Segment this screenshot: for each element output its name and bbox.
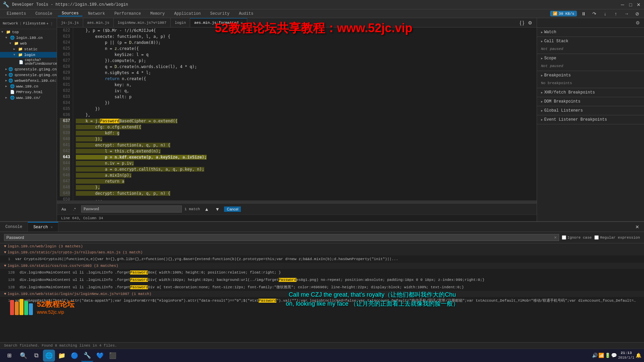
- tree-item-webweb[interactable]: ▶ 🌐webwebfenxi.189.cn:9002: [0, 78, 57, 83]
- dom-header[interactable]: ▶DOM Breakpoints: [537, 97, 644, 106]
- result-item-4[interactable]: 12B div.loginBoxMainContent ul li .login…: [0, 284, 644, 291]
- step-button[interactable]: →: [623, 10, 631, 18]
- bottom-panel-close[interactable]: ✕: [633, 223, 641, 231]
- tab-jsjs[interactable]: js-js.js: [57, 18, 83, 27]
- search-input-wrap[interactable]: ✕: [4, 234, 559, 241]
- tree-item-captcha[interactable]: 📄captcha?undefined&source=: [0, 58, 57, 66]
- deactivate-button[interactable]: ⊘: [633, 10, 641, 18]
- console-tab[interactable]: Console: [0, 222, 28, 232]
- search-prev-button[interactable]: ▲: [203, 205, 211, 213]
- ignore-case-option[interactable]: Ignore case: [562, 235, 592, 240]
- tab-network[interactable]: Network: [84, 11, 109, 16]
- tree-item-qzone1[interactable]: ▶ 🌐qzonestyle.gtimg.cn: [0, 66, 57, 72]
- taskbar-folder-icon[interactable]: 📁: [56, 350, 68, 362]
- result-item-5[interactable]: 1 var webAppPath=$("html").attr("data-ap…: [0, 297, 644, 304]
- result-group-header-4[interactable]: ▼ login.189.cn/web/static/login/js/login…: [0, 291, 644, 297]
- minimize-button[interactable]: ─: [620, 2, 625, 7]
- horizontal-scrollbar[interactable]: [57, 200, 537, 203]
- result-group-header-2[interactable]: ▼ login.189.cn/static/js/crypto-js/rollu…: [0, 249, 644, 255]
- search-input[interactable]: [6, 235, 553, 240]
- tab-security[interactable]: Security: [206, 11, 234, 16]
- tab-elements[interactable]: Elements: [3, 11, 30, 16]
- tree-item-login[interactable]: ▼ 📁login: [0, 52, 57, 58]
- result-item-3[interactable]: 12B div.loginBoxMainContent ul li .login…: [0, 276, 644, 284]
- taskbar-devtools-icon[interactable]: 🔧: [81, 350, 93, 362]
- search-regex-button[interactable]: .*: [70, 205, 78, 213]
- tab-aesmin[interactable]: aes.min.js: [83, 18, 114, 27]
- search-status: Search finished. Found 8 matching lines …: [4, 344, 117, 348]
- step-out-button[interactable]: ↑: [612, 10, 620, 18]
- ignore-case-checkbox[interactable]: [562, 235, 566, 240]
- breakpoints-label: Breakpoints: [544, 73, 571, 78]
- xhr-header[interactable]: ▶XHR/fetch Breakpoints: [537, 88, 644, 97]
- breakpoints-header[interactable]: ▶Breakpoints: [537, 71, 644, 80]
- tree-item-pmproxy[interactable]: 📄PMProxy.html: [0, 89, 57, 95]
- global-header[interactable]: ▶Global Listeners: [537, 106, 644, 115]
- bottom-tab-bar: Console Search ✕ ✕: [0, 222, 644, 232]
- taskbar-vscode-icon[interactable]: 💙: [94, 350, 106, 362]
- tree-item-www189[interactable]: ▶ 🌐www.189.cn: [0, 83, 57, 89]
- search-next-button[interactable]: ▼: [213, 205, 221, 213]
- scope-header[interactable]: ▶Scope: [537, 54, 644, 63]
- tab-loginnew[interactable]: loginNew.min.js?v=1007: [114, 18, 171, 27]
- tree-item-static[interactable]: ▶ 📁static: [0, 46, 57, 52]
- callstack-header[interactable]: ▶Call Stack: [537, 37, 644, 46]
- editor-format-button[interactable]: { }: [518, 19, 526, 27]
- taskbar-search-icon[interactable]: 🔍: [17, 350, 30, 362]
- pause-button[interactable]: ⏸: [580, 10, 588, 18]
- scope-label: Scope: [544, 56, 556, 61]
- taskbar-chrome-icon[interactable]: 🔵: [68, 350, 80, 362]
- maximize-button[interactable]: □: [628, 2, 633, 7]
- tab-login[interactable]: login: [171, 18, 190, 27]
- sidebar-add-button[interactable]: +: [45, 19, 50, 27]
- tab-application[interactable]: Application: [170, 11, 205, 16]
- search-clear-icon[interactable]: ✕: [554, 235, 556, 240]
- system-clock[interactable]: 21:13 2019/1/1: [618, 351, 634, 360]
- system-tray[interactable]: 🔊 📶 🔋 💬: [592, 353, 617, 358]
- regex-option[interactable]: Regular expression: [594, 235, 640, 240]
- tab-aes-formatted[interactable]: aes.min.js:formatted ✕: [190, 18, 247, 27]
- result-group-header-1[interactable]: ▼ login.189.cn/web/login (3 matches): [0, 243, 644, 249]
- start-button[interactable]: ⊞: [3, 350, 16, 361]
- taskbar-edge-icon[interactable]: 🌐: [43, 350, 55, 362]
- tab-performance[interactable]: Performance: [110, 11, 145, 16]
- tab-close-icon[interactable]: ✕: [240, 20, 243, 25]
- search-tab[interactable]: Search ✕: [28, 222, 58, 232]
- sidebar-more-button[interactable]: ⋮: [50, 19, 54, 27]
- scope-content: Not paused: [537, 63, 644, 71]
- result-match-3: Password: [279, 278, 297, 282]
- result-group-header-3[interactable]: ▼ login.189.cn/static/css/css.css?v=1003…: [0, 263, 644, 269]
- tree-item-web[interactable]: ▼ 📁web: [0, 41, 57, 46]
- tab-sources[interactable]: Sources: [58, 11, 83, 16]
- editor-tabs: js-js.js aes.min.js loginNew.min.js?v=10…: [57, 18, 537, 27]
- notification-icon[interactable]: 🔔: [636, 353, 641, 358]
- result-item-1[interactable]: 1 var CryptoJS=CryptoJS||function(o,e){v…: [0, 255, 644, 263]
- regex-checkbox[interactable]: [594, 235, 599, 240]
- dom-label: DOM Breakpoints: [544, 99, 580, 104]
- search-case-button[interactable]: Aa: [60, 205, 68, 213]
- editor-settings-button[interactable]: ⚙: [526, 19, 534, 27]
- search-cancel-button[interactable]: Cancel: [224, 206, 241, 212]
- tree-item-qzone2[interactable]: ▶ 🌐qzonestyle.gtimg.cn: [0, 72, 57, 78]
- tree-item-top[interactable]: ▼ 📁top: [0, 29, 57, 35]
- search-tab-close[interactable]: ✕: [51, 225, 53, 229]
- taskbar-term-icon[interactable]: ⬛: [107, 350, 119, 362]
- tab-console[interactable]: Console: [32, 11, 56, 16]
- bottom-panel: Console Search ✕ ✕ ✕ Ignore case: [0, 221, 644, 349]
- tree-item-login189[interactable]: ▼ 🌐login.189.cn: [0, 35, 57, 41]
- tree-item-www189-2[interactable]: ▶ 🌐www.189.cn/: [0, 95, 57, 101]
- tab-audits[interactable]: Audits: [235, 11, 257, 16]
- taskbar-taskview-icon[interactable]: ⧉: [30, 350, 42, 362]
- step-over-button[interactable]: ↷: [590, 10, 598, 18]
- taskbar-right: 🔊 📶 🔋 💬 21:13 2019/1/1 🔔: [592, 351, 641, 360]
- tab-memory[interactable]: Memory: [146, 11, 169, 16]
- result-item-2[interactable]: 12B div.loginBoxMainContent ul li .login…: [0, 269, 644, 276]
- close-button[interactable]: ✕: [636, 2, 641, 7]
- step-into-button[interactable]: ↓: [601, 10, 609, 18]
- code-content-area[interactable]: 622 623 624 625 626 627 628 629 630 631 …: [57, 27, 537, 200]
- watch-header[interactable]: ▶Watch: [537, 28, 644, 37]
- event-header[interactable]: ▶Event Listener Breakpoints: [537, 115, 644, 124]
- code-text[interactable]: }, p = ($b.Mr - !/)/6cMJIJu4{ execute: f…: [73, 27, 537, 200]
- rp-settings-button[interactable]: ⚙: [634, 19, 641, 26]
- editor-search-input[interactable]: [81, 205, 182, 213]
